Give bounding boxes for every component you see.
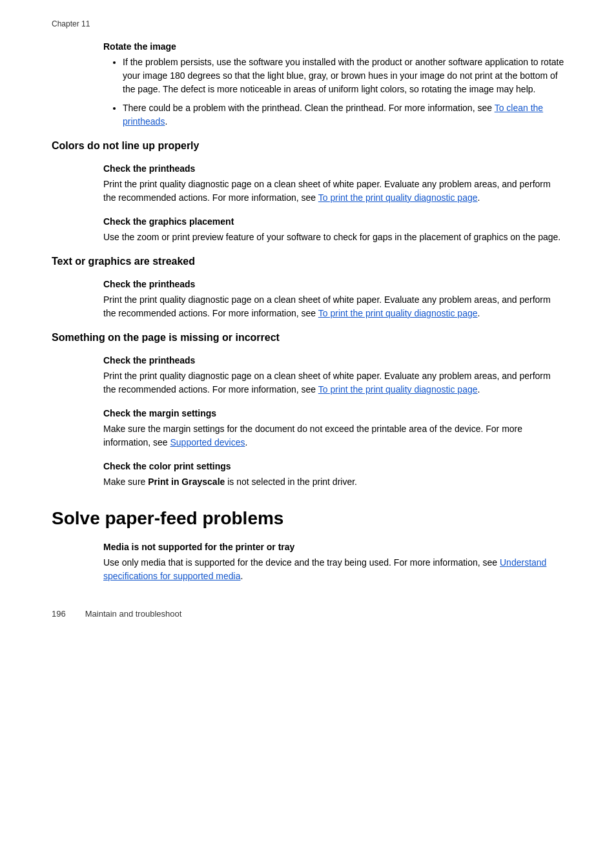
media-not-supported-body: Use only media that is supported for the…: [52, 556, 564, 583]
check-graphics-placement-title: Check the graphics placement: [52, 216, 564, 227]
media-not-supported-title: Media is not supported for the printer o…: [52, 542, 564, 552]
paper-feed-section: Solve paper-feed problems Media is not s…: [52, 508, 564, 583]
print-quality-link-2[interactable]: To print the print quality diagnostic pa…: [318, 308, 478, 318]
paper-feed-heading: Solve paper-feed problems: [52, 508, 564, 529]
check-margin-body: Make sure the margin settings for the do…: [52, 422, 564, 449]
bullet-item: If the problem persists, use the softwar…: [123, 56, 564, 96]
footer-section-label: Maintain and troubleshoot: [85, 609, 182, 619]
page-number: 196: [52, 609, 66, 619]
streaked-heading: Text or graphics are streaked: [52, 256, 564, 267]
check-printheads-body-2: Print the print quality diagnostic page …: [52, 293, 564, 320]
rotate-image-title: Rotate the image: [52, 41, 564, 52]
clean-printheads-link[interactable]: To clean the printheads: [123, 103, 543, 127]
print-quality-link-3[interactable]: To print the print quality diagnostic pa…: [318, 384, 478, 395]
streaked-section: Text or graphics are streaked Check the …: [52, 256, 564, 320]
missing-section: Something on the page is missing or inco…: [52, 332, 564, 489]
bullet-item: There could be a problem with the printh…: [123, 101, 564, 128]
footer: 196 Maintain and troubleshoot: [52, 609, 564, 619]
colors-heading: Colors do not line up properly: [52, 140, 564, 152]
check-printheads-title-2: Check the printheads: [52, 279, 564, 289]
missing-heading: Something on the page is missing or inco…: [52, 332, 564, 344]
rotate-image-section: Rotate the image If the problem persists…: [52, 41, 564, 128]
check-graphics-placement-body: Use the zoom or print preview feature of…: [52, 231, 564, 244]
check-color-print-title: Check the color print settings: [52, 461, 564, 471]
check-color-print-body: Make sure Print in Grayscale is not sele…: [52, 475, 564, 489]
rotate-image-bullets: If the problem persists, use the softwar…: [52, 56, 564, 128]
print-quality-link-1[interactable]: To print the print quality diagnostic pa…: [318, 192, 478, 203]
supported-devices-link[interactable]: Supported devices: [170, 437, 245, 447]
check-printheads-body-3: Print the print quality diagnostic page …: [52, 369, 564, 396]
understand-specs-link[interactable]: Understand specifications for supported …: [103, 557, 546, 581]
chapter-label: Chapter 11: [52, 19, 564, 28]
check-printheads-title-3: Check the printheads: [52, 355, 564, 365]
colors-section: Colors do not line up properly Check the…: [52, 140, 564, 244]
check-printheads-title-1: Check the printheads: [52, 163, 564, 174]
check-printheads-body-1: Print the print quality diagnostic page …: [52, 178, 564, 205]
check-margin-title: Check the margin settings: [52, 408, 564, 418]
